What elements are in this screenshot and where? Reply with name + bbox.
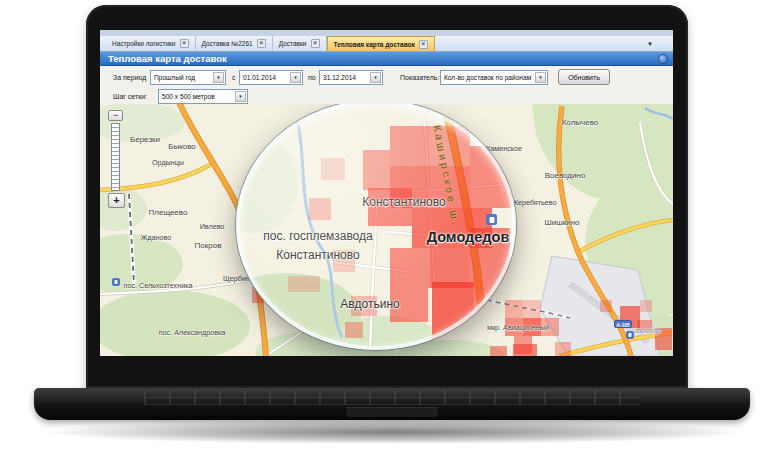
zoom-in-button[interactable]: +	[108, 193, 125, 208]
lens-glare	[236, 104, 516, 350]
tab-overflow-icon[interactable]: ▼	[647, 41, 653, 47]
tab-logistics-settings[interactable]: Настройки логистики ✕	[106, 36, 196, 51]
map-town-label: Колычево	[562, 118, 599, 127]
map-town-label: Воеводино	[545, 171, 586, 180]
tab-label: Тепловая карта доставок	[334, 41, 415, 48]
zoom-slider[interactable]	[111, 123, 120, 191]
map-town-label: аэропорт	[634, 327, 662, 334]
from-label: с	[232, 70, 236, 85]
tab-close-icon[interactable]: ✕	[419, 40, 428, 49]
heat-cell	[523, 300, 541, 318]
tab-label: Настройки логистики	[112, 40, 176, 47]
dropdown-arrow-icon[interactable]: ▼	[370, 72, 381, 83]
map-town-label: пос. Сельхозтехника	[123, 281, 192, 290]
refresh-button[interactable]: Обновить	[558, 69, 610, 85]
map-town-label: пос. Александровка	[159, 328, 226, 337]
dropdown-arrow-icon[interactable]: ▼	[213, 72, 224, 83]
heat-cell	[513, 344, 537, 356]
dropdown-arrow-icon[interactable]: ▼	[290, 72, 301, 83]
title-bar: Тепловая карта доставок	[100, 52, 673, 66]
magnifier-lens: Константиново пос. госплемзавода Констан…	[236, 104, 516, 350]
to-date-field[interactable]: 31.12.2014 ▼	[319, 70, 383, 85]
app-window: Настройки логистики ✕ Доставка №2261 ✕ Д…	[100, 30, 673, 356]
map-town-label: Ордынцы	[152, 158, 184, 167]
map-town-label: Березки	[130, 135, 160, 144]
tab-close-icon[interactable]: ✕	[311, 39, 320, 48]
heat-cell	[490, 346, 507, 356]
laptop-mockup: Настройки логистики ✕ Доставка №2261 ✕ Д…	[0, 0, 780, 450]
map-town-label: Жданово	[141, 233, 172, 242]
map-town-label: Каменское	[486, 144, 522, 153]
metric-label: Показатель:	[400, 70, 439, 85]
laptop-keyboard	[144, 391, 640, 405]
map-town-label: Шишкино	[544, 218, 579, 227]
tab-close-icon[interactable]: ✕	[180, 39, 189, 48]
map-town-label: Ивлево	[200, 222, 225, 231]
tab-label: Доставка №2261	[202, 40, 253, 47]
map-town-label: Плещеево	[149, 208, 188, 217]
zoom-out-button[interactable]: −	[108, 110, 123, 121]
heat-cell	[505, 300, 523, 318]
map-town-label: мкр. Авиационный	[487, 323, 549, 332]
tab-label: Доставки	[279, 40, 307, 47]
laptop-lid: Настройки логистики ✕ Доставка №2261 ✕ Д…	[86, 5, 688, 388]
laptop-shadow	[48, 420, 740, 444]
zoom-control: − +	[108, 110, 130, 208]
tab-deliveries[interactable]: Доставки ✕	[273, 36, 327, 51]
tab-close-icon[interactable]: ✕	[257, 39, 266, 48]
map-town-label: Покров	[195, 241, 222, 250]
tab-bar: Настройки логистики ✕ Доставка №2261 ✕ Д…	[100, 36, 673, 52]
from-date-field[interactable]: 01.01.2014 ▼	[239, 70, 303, 85]
laptop-touchpad	[346, 407, 438, 417]
laptop-base	[34, 388, 750, 420]
train-station-icon	[626, 331, 634, 339]
dropdown-arrow-icon[interactable]: ▼	[535, 72, 546, 83]
heat-cell	[640, 300, 652, 312]
heat-cell	[555, 342, 571, 356]
map-canvas[interactable]: Березки Быково Ордынцы Плещеево Ивлево Ж…	[100, 104, 673, 356]
grid-step-label: Шаг сетки:	[113, 89, 147, 104]
period-select[interactable]: Прошлый год ▼	[150, 70, 226, 85]
grid-step-select[interactable]: 500 x 500 метров ▼	[158, 89, 248, 104]
to-label: по	[308, 70, 316, 85]
period-label: За период	[113, 70, 146, 85]
map-town-label: Жеребятьево	[511, 198, 556, 207]
heat-cell	[600, 300, 612, 312]
page-title: Тепловая карта доставок	[108, 53, 227, 64]
dropdown-arrow-icon[interactable]: ▼	[235, 91, 246, 102]
titlebar-round-icon[interactable]	[658, 54, 668, 64]
map-town-label: Быково	[168, 142, 196, 151]
toolbar: За период Прошлый год ▼ с 01.01.2014 ▼ п…	[100, 66, 673, 105]
tab-delivery-2261[interactable]: Доставка №2261 ✕	[196, 36, 273, 51]
road-badge-a105: А-105	[614, 320, 632, 328]
metric-select[interactable]: Кол-во доставок по районам ▼	[440, 70, 548, 85]
commuter-station-icon	[112, 278, 120, 286]
tab-heatmap-active[interactable]: Тепловая карта доставок ✕	[327, 36, 435, 51]
